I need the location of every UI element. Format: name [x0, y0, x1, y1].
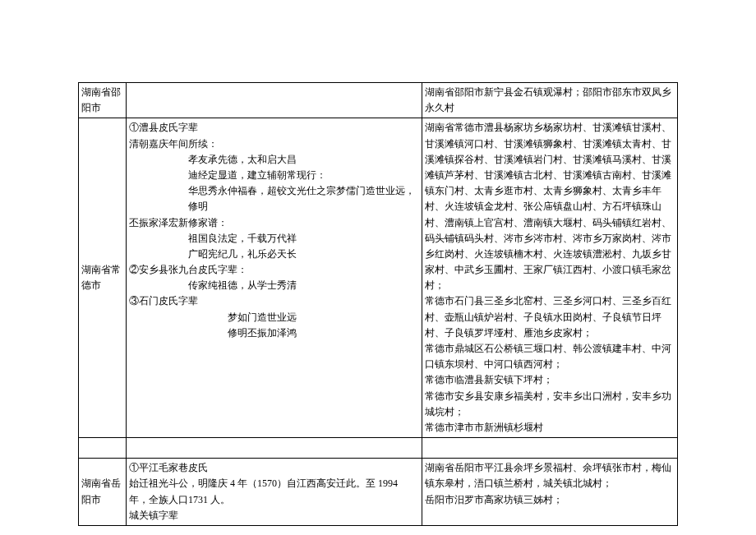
genealogy-cell: ①平江毛家巷皮氏 始迁祖光斗公，明隆庆 4 年（1570）自江西高安迁此。至 1…: [127, 459, 422, 526]
location-cell: 湖南省常德市澧县杨家坊乡杨家坊村、甘溪滩镇甘溪村、甘溪滩镇河口村、甘溪滩镇狮象村…: [422, 118, 678, 438]
table-row: 湖南省岳阳市①平江毛家巷皮氏 始迁祖光斗公，明隆庆 4 年（1570）自江西高安…: [79, 459, 678, 526]
location-cell: 湖南省邵阳市新宁县金石镇观瀑村；邵阳市邵东市双凤乡永久村: [422, 83, 678, 118]
region-cell: 湖南省常德市: [79, 118, 127, 438]
genealogy-cell: [127, 83, 422, 118]
table-row: [79, 438, 678, 459]
location-cell: 湖南省岳阳市平江县余坪乡景福村、余坪镇张市村，梅仙镇东皋村，浯口镇兰桥村，城关镇…: [422, 459, 678, 526]
region-cell: [79, 438, 127, 459]
location-cell: [422, 438, 678, 459]
genealogy-line: 修明丕振加泽鸿: [129, 325, 419, 341]
genealogy-line: 孝友承先德，太和启大昌: [129, 152, 419, 168]
genealogy-line: 广昭宪纪几，礼乐必天长: [129, 247, 419, 262]
genealogy-line: 祖国良法定，千载万代祥: [129, 231, 419, 247]
genealogy-line: ②安乡县张九台皮氏字辈：: [129, 262, 419, 278]
genealogy-line: ①澧县皮氏字辈: [129, 120, 419, 136]
genealogy-line: 清朝嘉庆年间所续：: [129, 136, 419, 152]
genealogy-cell: ①澧县皮氏字辈清朝嘉庆年间所续：孝友承先德，太和启大昌迪经定显道，建立辅朝常现行…: [127, 118, 422, 438]
genealogy-line: 迪经定显道，建立辅朝常现行：: [129, 168, 419, 183]
genealogy-line: 梦如门造世业远: [129, 310, 419, 325]
genealogy-line: ③石门皮氏字辈: [129, 293, 419, 309]
genealogy-cell: [127, 438, 422, 459]
table-row: 湖南省邵阳市湖南省邵阳市新宁县金石镇观瀑村；邵阳市邵东市双凤乡永久村: [79, 83, 678, 118]
genealogy-line: 华思秀永仲福春，超铰文光仕之宗梦儒门造世业远，修明: [129, 183, 419, 214]
genealogy-line: 丕振家泽宏新修家谱：: [129, 215, 419, 231]
region-cell: 湖南省岳阳市: [79, 459, 127, 526]
region-cell: 湖南省邵阳市: [79, 83, 127, 118]
table-row: 湖南省常德市①澧县皮氏字辈清朝嘉庆年间所续：孝友承先德，太和启大昌迪经定显道，建…: [79, 118, 678, 438]
genealogy-line: 传家纯祖德，从学士秀清: [129, 278, 419, 293]
